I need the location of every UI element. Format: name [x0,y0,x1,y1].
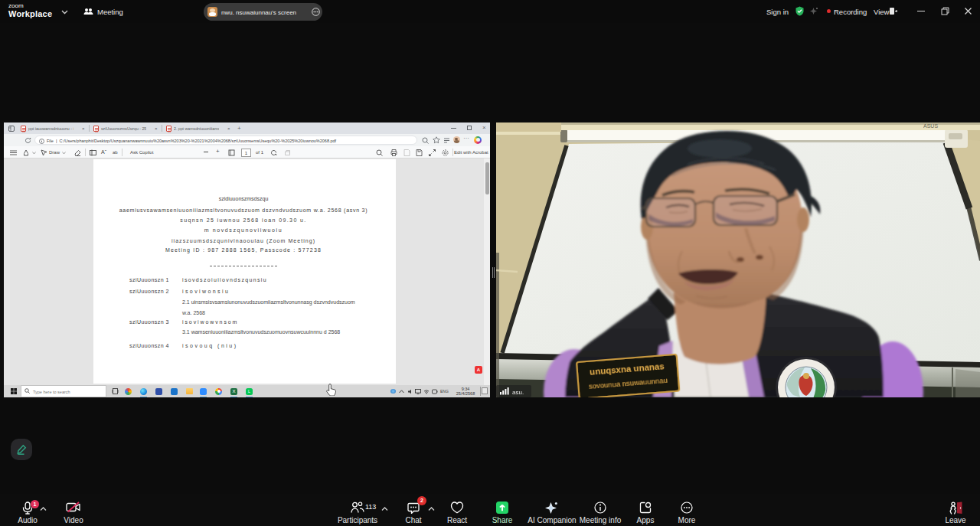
svg-text:ASUS: ASUS [923,123,938,129]
svg-text:asu.: asu. [512,389,524,396]
